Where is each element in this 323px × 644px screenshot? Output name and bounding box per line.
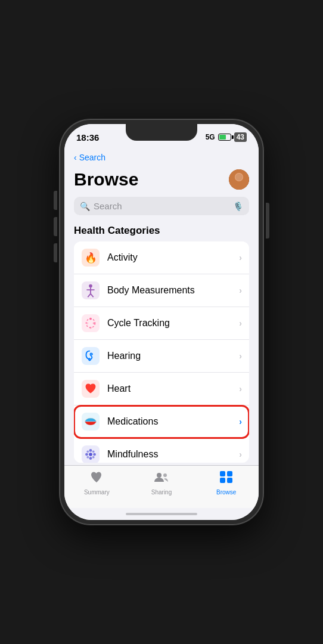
category-item-cycle-tracking[interactable]: Cycle Tracking ›: [74, 307, 249, 340]
svg-rect-12: [82, 314, 100, 332]
cycle-icon: [81, 314, 100, 333]
notch: [126, 124, 197, 141]
browse-tab-label: Browse: [216, 489, 236, 496]
battery-icon: [218, 134, 231, 141]
main-content: Browse 🔍 Search: [64, 167, 259, 465]
summary-tab-icon: [89, 470, 104, 487]
cycle-tracking-chevron: ›: [239, 318, 242, 328]
activity-chevron: ›: [239, 253, 242, 262]
body-icon: [81, 281, 100, 300]
tab-browse[interactable]: Browse: [194, 470, 259, 496]
hearing-chevron: ›: [239, 351, 242, 361]
status-icons: 5G 43: [206, 132, 247, 142]
battery-fill: [219, 135, 226, 140]
battery-level: 43: [234, 132, 247, 142]
activity-label: Activity: [107, 252, 232, 263]
tab-sharing[interactable]: Sharing: [129, 470, 194, 496]
mindfulness-chevron: ›: [239, 450, 242, 459]
phone-frame: 18:36 5G 43 ‹ Search Browse: [60, 119, 263, 525]
back-label[interactable]: Search: [79, 153, 105, 162]
medications-label: Medications: [107, 416, 232, 427]
search-icon: 🔍: [80, 202, 90, 211]
network-label: 5G: [206, 133, 215, 141]
sharing-tab-icon: [154, 470, 169, 487]
home-bar: [126, 513, 197, 515]
svg-point-26: [89, 449, 92, 452]
svg-point-42: [163, 473, 167, 477]
svg-point-14: [89, 318, 92, 320]
svg-rect-46: [227, 478, 232, 483]
svg-point-32: [86, 456, 89, 459]
svg-point-28: [85, 453, 88, 456]
page-title: Browse: [74, 169, 138, 190]
medications-icon: [81, 412, 100, 431]
sharing-tab-label: Sharing: [151, 489, 172, 496]
body-measurements-label: Body Measurements: [107, 285, 232, 296]
svg-point-27: [89, 457, 92, 460]
tab-summary[interactable]: Summary: [64, 470, 129, 496]
category-item-body-measurements[interactable]: Body Measurements ›: [74, 274, 249, 307]
section-label: Health Categories: [64, 222, 259, 242]
mindfulness-label: Mindfulness: [107, 449, 232, 460]
svg-point-19: [89, 358, 91, 360]
summary-tab-label: Summary: [84, 489, 110, 496]
svg-rect-43: [220, 471, 225, 476]
svg-point-16: [89, 327, 92, 329]
svg-point-25: [89, 453, 92, 456]
heart-label: Heart: [107, 383, 232, 394]
categories-scroll: 🔥 Activity ›: [64, 242, 259, 465]
home-indicator: [64, 508, 259, 520]
search-bar[interactable]: 🔍 Search 🎙️: [74, 197, 249, 215]
svg-rect-45: [220, 478, 225, 483]
svg-point-15: [93, 322, 95, 324]
category-item-mindfulness[interactable]: Mindfulness ›: [74, 438, 249, 463]
cycle-tracking-label: Cycle Tracking: [107, 318, 232, 329]
categories-list: 🔥 Activity ›: [74, 242, 249, 463]
category-item-medications[interactable]: Medications ›: [74, 405, 249, 438]
svg-point-3: [235, 174, 243, 181]
hearing-icon: [81, 346, 100, 366]
category-item-heart[interactable]: Heart ›: [74, 373, 249, 405]
svg-point-31: [92, 450, 95, 453]
svg-point-29: [93, 453, 96, 456]
avatar[interactable]: [229, 169, 249, 190]
heart-chevron: ›: [239, 384, 242, 394]
activity-icon: 🔥: [81, 248, 100, 267]
hearing-label: Hearing: [107, 351, 232, 361]
phone-screen: 18:36 5G 43 ‹ Search Browse: [64, 124, 259, 520]
page-header: Browse: [64, 167, 259, 194]
svg-rect-44: [227, 471, 232, 476]
category-item-activity[interactable]: 🔥 Activity ›: [74, 242, 249, 274]
heart-icon: [81, 379, 100, 398]
body-measurements-chevron: ›: [239, 286, 242, 295]
category-item-hearing[interactable]: Hearing ›: [74, 340, 249, 373]
browse-tab-icon: [219, 470, 234, 487]
svg-point-30: [86, 450, 89, 453]
tab-bar: Summary Sharing: [64, 465, 259, 508]
svg-text:🔥: 🔥: [85, 252, 98, 264]
nav-back[interactable]: ‹ Search: [64, 150, 259, 167]
medications-chevron: ›: [239, 417, 242, 426]
search-placeholder: Search: [94, 201, 229, 211]
avatar-image: [229, 169, 249, 190]
mindfulness-icon: [81, 445, 100, 463]
back-chevron-icon: ‹: [74, 153, 77, 162]
svg-point-7: [89, 284, 92, 288]
svg-point-33: [92, 456, 95, 459]
status-time: 18:36: [76, 132, 99, 143]
svg-point-17: [86, 322, 89, 324]
mic-icon[interactable]: 🎙️: [233, 202, 243, 211]
svg-point-41: [157, 473, 162, 478]
